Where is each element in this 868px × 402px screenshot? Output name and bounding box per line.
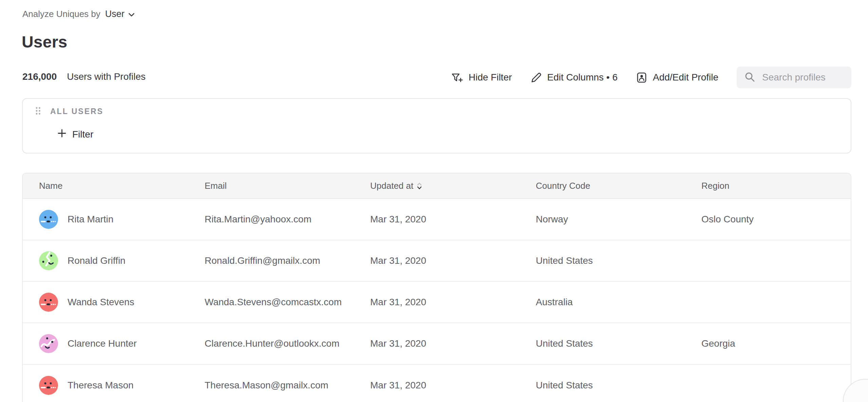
hide-filter-button[interactable]: Hide Filter [451, 72, 512, 83]
user-country: United States [520, 364, 685, 402]
user-updated-at: Mar 31, 2020 [354, 240, 520, 281]
user-email: Ronald.Griffin@gmailx.com [188, 240, 354, 281]
analyze-uniques-dropdown[interactable]: User [105, 9, 135, 19]
profiles-count-label: Users with Profiles [67, 71, 146, 82]
table-row[interactable]: Clarence Hunter Clarence.Hunter@outlookx… [23, 323, 851, 364]
pencil-icon [530, 72, 542, 83]
filter-group-label: ALL USERS [50, 107, 103, 116]
user-country: Australia [520, 281, 685, 323]
user-updated-at: Mar 31, 2020 [354, 364, 520, 402]
user-name: Wanda Stevens [68, 297, 134, 308]
filter-group-row: ALL USERS [35, 106, 103, 117]
plus-icon [57, 129, 67, 140]
table-row[interactable]: Wanda Stevens Wanda.Stevens@comcastx.com… [23, 281, 851, 323]
column-header-updated-at[interactable]: Updated at [354, 173, 520, 199]
analyze-uniques-row: Analyze Uniques by User [22, 9, 135, 19]
profiles-count-row: 216,000 Users with Profiles [22, 71, 146, 82]
user-name: Theresa Mason [68, 380, 134, 391]
funnel-plus-icon [451, 72, 463, 83]
user-region [685, 364, 851, 402]
user-avatar [39, 376, 58, 395]
user-country: United States [520, 240, 685, 281]
add-edit-profile-label: Add/Edit Profile [653, 72, 718, 83]
profiles-count: 216,000 [22, 71, 57, 82]
drag-handle-icon[interactable] [35, 106, 41, 117]
user-region: Georgia [685, 323, 851, 364]
user-country: United States [520, 323, 685, 364]
user-name: Rita Martin [68, 214, 113, 225]
filter-panel: ALL USERS Filter [22, 98, 851, 153]
table-header-row: NameEmailUpdated atCountry CodeRegion [23, 173, 851, 199]
profile-card-icon [636, 72, 647, 84]
hide-filter-label: Hide Filter [469, 72, 512, 83]
table-row[interactable]: Rita Martin Rita.Martin@yahoox.com Mar 3… [23, 199, 851, 240]
sort-icon[interactable] [417, 181, 422, 190]
users-page: Analyze Uniques by User Users 216,000 Us… [0, 0, 868, 402]
column-header-email[interactable]: Email [188, 173, 354, 199]
column-header-country-code[interactable]: Country Code [520, 173, 685, 199]
chevron-down-icon [128, 9, 135, 19]
table-row[interactable]: Ronald Griffin Ronald.Griffin@gmailx.com… [23, 240, 851, 281]
edit-columns-label: Edit Columns • 6 [547, 72, 618, 83]
user-email: Wanda.Stevens@comcastx.com [188, 281, 354, 323]
edit-columns-button[interactable]: Edit Columns • 6 [530, 72, 618, 83]
search-profiles-box[interactable] [737, 67, 851, 88]
column-header-region[interactable]: Region [685, 173, 851, 199]
column-header-name[interactable]: Name [23, 173, 188, 199]
user-name: Ronald Griffin [68, 255, 126, 266]
magnifier-icon [744, 71, 755, 84]
table-row[interactable]: Theresa Mason Theresa.Mason@gmailx.com M… [23, 364, 851, 402]
user-name: Clarence Hunter [68, 338, 137, 349]
user-avatar [39, 210, 58, 229]
add-filter-label: Filter [72, 129, 93, 140]
user-updated-at: Mar 31, 2020 [354, 199, 520, 240]
table-body: Rita Martin Rita.Martin@yahoox.com Mar 3… [23, 199, 851, 402]
users-table: NameEmailUpdated atCountry CodeRegion Ri… [22, 173, 851, 402]
user-region [685, 281, 851, 323]
user-avatar [39, 293, 58, 312]
user-email: Rita.Martin@yahoox.com [188, 199, 354, 240]
search-profiles-input[interactable] [761, 72, 846, 83]
user-region: Oslo County [685, 199, 851, 240]
analyze-uniques-label: Analyze Uniques by [22, 9, 100, 19]
user-updated-at: Mar 31, 2020 [354, 281, 520, 323]
add-edit-profile-button[interactable]: Add/Edit Profile [636, 72, 718, 84]
page-title: Users [22, 33, 67, 51]
user-email: Theresa.Mason@gmailx.com [188, 364, 354, 402]
add-filter-button[interactable]: Filter [57, 129, 93, 140]
analyze-uniques-value: User [105, 9, 125, 19]
toolbar: Hide Filter Edit Columns • 6 Add/Edit Pr… [451, 67, 851, 88]
user-updated-at: Mar 31, 2020 [354, 323, 520, 364]
user-region [685, 240, 851, 281]
user-avatar [39, 251, 58, 270]
user-email: Clarence.Hunter@outlookx.com [188, 323, 354, 364]
user-country: Norway [520, 199, 685, 240]
user-avatar [39, 334, 58, 353]
